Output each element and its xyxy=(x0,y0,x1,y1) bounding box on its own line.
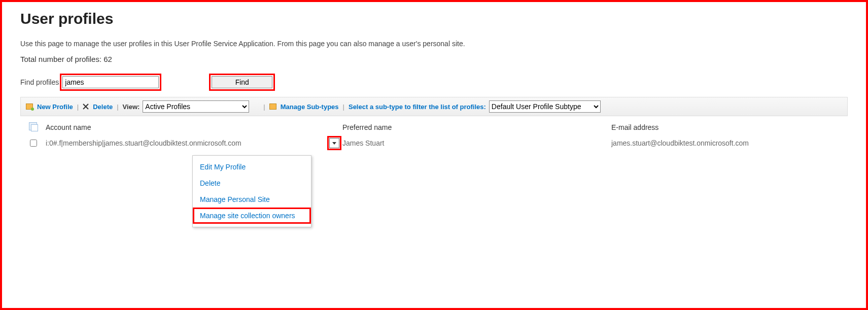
menu-manage-site-collection-owners[interactable]: Manage site collection owners xyxy=(193,208,311,224)
highlight-find-button: Find xyxy=(209,74,275,91)
total-profiles: Total number of profiles: 62 xyxy=(20,55,848,63)
view-label: View: xyxy=(123,103,140,111)
cell-account-name: i:0#.f|membership|james.stuart@cloudbikt… xyxy=(46,139,327,147)
select-all-icon[interactable] xyxy=(29,122,37,130)
separator: | xyxy=(77,103,79,111)
separator: | xyxy=(263,103,265,111)
page-description: Use this page to manage the user profile… xyxy=(20,40,848,48)
manage-subtypes-link[interactable]: Manage Sub-types xyxy=(281,103,339,111)
subtype-select[interactable]: Default User Profile Subtype xyxy=(489,100,601,113)
grid-header: Account name Preferred name E-mail addre… xyxy=(20,119,848,135)
delete-link[interactable]: Delete xyxy=(93,103,113,111)
row-actions-dropdown[interactable] xyxy=(329,138,339,148)
chevron-down-icon xyxy=(332,142,336,145)
column-email: E-mail address xyxy=(611,123,848,131)
new-profile-link[interactable]: New Profile xyxy=(37,103,73,111)
column-preferred-name: Preferred name xyxy=(342,123,611,131)
row-context-menu: Edit My Profile Delete Manage Personal S… xyxy=(192,155,311,227)
cell-email: james.stuart@cloudbiktest.onmicrosoft.co… xyxy=(611,139,848,147)
highlight-search-input xyxy=(60,74,161,91)
manage-subtypes-icon xyxy=(269,104,276,110)
highlight-dropdown xyxy=(327,136,341,150)
page-title: User profiles xyxy=(20,10,848,27)
separator: | xyxy=(117,103,118,111)
find-profiles-row: Find profiles Find xyxy=(20,74,848,91)
new-profile-icon xyxy=(26,104,33,110)
table-row: i:0#.f|membership|james.stuart@cloudbikt… xyxy=(20,135,848,151)
delete-icon xyxy=(83,104,89,110)
view-select[interactable]: Active Profiles xyxy=(143,100,249,113)
find-input[interactable] xyxy=(62,76,159,88)
cell-preferred-name: James Stuart xyxy=(342,139,611,147)
find-button[interactable]: Find xyxy=(212,76,272,88)
results-grid: Account name Preferred name E-mail addre… xyxy=(20,119,848,151)
menu-edit-profile[interactable]: Edit My Profile xyxy=(193,159,311,175)
find-label: Find profiles xyxy=(20,78,59,86)
column-account-name: Account name xyxy=(46,123,327,131)
subtype-filter-prompt: Select a sub-type to filter the list of … xyxy=(349,103,486,111)
toolbar: New Profile | Delete | View: Active Prof… xyxy=(20,97,848,116)
separator: | xyxy=(343,103,344,111)
menu-delete[interactable]: Delete xyxy=(193,175,311,191)
row-checkbox[interactable] xyxy=(30,140,37,147)
menu-manage-personal-site[interactable]: Manage Personal Site xyxy=(193,191,311,208)
